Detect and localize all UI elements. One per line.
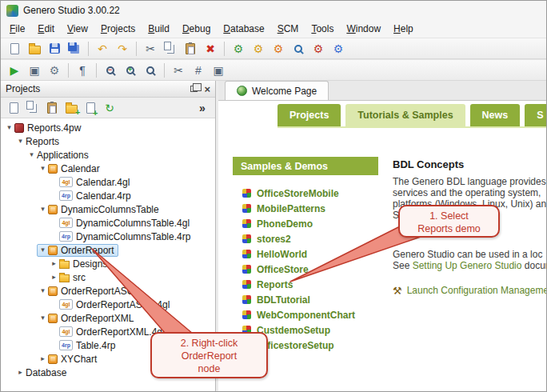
sample-item-custdemosetup[interactable]: CustdemoSetup — [242, 322, 355, 338]
cube-icon — [242, 310, 251, 319]
welcome-tab-projects[interactable]: Projects — [277, 104, 341, 126]
stop-build-button[interactable]: ⚙ — [309, 40, 328, 58]
tree-item-xychart[interactable]: ▸XYChart — [1, 352, 215, 366]
setting-up-genero-studio-link[interactable]: Setting Up Genero Studio — [413, 260, 522, 271]
tree-item-table-4rp[interactable]: 4rpTable.4rp — [1, 338, 215, 352]
layout-frame-button[interactable]: ▣ — [209, 62, 228, 79]
sample-item-bdltutorial[interactable]: BDLTutorial — [242, 292, 355, 307]
tree-item-reports-4pw[interactable]: ▾Reports.4pw — [1, 121, 215, 134]
debug-icon: ⚙ — [50, 65, 60, 76]
rebuild-button[interactable]: ⚙ — [269, 40, 288, 58]
tree-item-orderreportascii-4gl[interactable]: 4glOrderReportASCII.4gl — [1, 298, 215, 311]
find-button[interactable] — [289, 40, 308, 58]
new-group-button[interactable] — [62, 100, 80, 116]
tree-item-designs[interactable]: ▸Designs — [1, 257, 215, 270]
layout-grid-button[interactable]: # — [189, 62, 208, 79]
new-file-button[interactable] — [5, 40, 24, 58]
sample-item-webcomponentchart[interactable]: WebComponentChart — [242, 307, 355, 322]
open-file-button[interactable] — [25, 40, 44, 58]
debug-button[interactable]: ⚙ — [45, 62, 64, 79]
expander-expanded-icon[interactable]: ▾ — [26, 151, 37, 158]
zoom-in-button[interactable] — [121, 62, 140, 79]
compile-button[interactable]: ⚙ — [249, 40, 268, 58]
sample-item-officestoremobile[interactable]: OfficeStoreMobile — [242, 186, 355, 201]
cut-button[interactable]: ✂ — [141, 40, 160, 58]
tree-item-dynamiccolumnstable[interactable]: ▾DynamicColumnsTable — [1, 202, 215, 216]
expander-collapsed-icon[interactable]: ▸ — [38, 355, 48, 362]
paste-button[interactable] — [181, 40, 200, 58]
menu-item-edit[interactable]: Edit — [31, 21, 61, 37]
paste-node-button[interactable] — [43, 100, 61, 116]
float-panel-icon[interactable] — [190, 86, 198, 92]
expander-expanded-icon[interactable]: ▾ — [4, 124, 14, 131]
expander-expanded-icon[interactable]: ▾ — [38, 246, 48, 254]
sample-item-stores2[interactable]: stores2 — [242, 231, 355, 246]
run-settings-button[interactable]: ▣ — [25, 62, 44, 79]
menu-item-build[interactable]: Build — [142, 21, 176, 37]
undo-button[interactable]: ↶ — [93, 40, 112, 58]
sample-item-reports[interactable]: Reports — [242, 277, 355, 292]
zoom-reset-button[interactable] — [141, 62, 160, 79]
expander-expanded-icon[interactable]: ▾ — [38, 287, 48, 294]
welcome-tab-tutorials-samples[interactable]: Tutorials & Samples — [345, 104, 465, 126]
add-files-button[interactable] — [82, 100, 99, 116]
show-formatting-button[interactable]: ¶ — [73, 62, 92, 79]
expander-collapsed-icon[interactable]: ▸ — [15, 369, 26, 376]
run-button[interactable]: ▶ — [5, 62, 24, 79]
build-settings-button[interactable]: ⚙ — [329, 40, 348, 58]
menu-item-scm[interactable]: SCM — [271, 21, 305, 37]
menu-item-window[interactable]: Window — [340, 21, 387, 37]
tree-item-src[interactable]: ▸src — [1, 270, 215, 284]
expander-expanded-icon[interactable]: ▾ — [15, 138, 26, 145]
close-panel-icon[interactable]: × — [204, 84, 210, 94]
tree-item-database[interactable]: ▸Database — [1, 366, 215, 379]
sample-item-phonedemo[interactable]: PhoneDemo — [242, 216, 355, 231]
link-with-editor-button[interactable] — [5, 100, 22, 116]
sample-item-label: WebComponentChart — [257, 310, 355, 321]
toolbar-overflow-button[interactable]: » — [194, 100, 211, 116]
tree-item-orderreport[interactable]: ▾OrderReport — [1, 243, 215, 257]
copy-button[interactable] — [161, 40, 180, 58]
save-all-button[interactable] — [65, 40, 84, 58]
expander-expanded-icon[interactable]: ▾ — [38, 206, 48, 213]
expander-collapsed-icon[interactable]: ▸ — [49, 260, 59, 267]
menu-item-projects[interactable]: Projects — [94, 21, 142, 37]
tree-item-applications[interactable]: ▾Applications — [1, 148, 215, 162]
refresh-button[interactable]: ↻ — [101, 100, 118, 116]
sample-item-helloworld[interactable]: HelloWorld — [242, 246, 355, 262]
sample-item-officestore[interactable]: OfficeStore — [242, 262, 355, 277]
zoom-out-button[interactable] — [101, 62, 120, 79]
launch-configuration-management-link[interactable]: Launch Configuration Management — [407, 285, 546, 296]
tree-item-calendar-4rp[interactable]: 4rpCalendar.4rp — [1, 189, 215, 202]
tree-item-reports[interactable]: ▾Reports — [1, 134, 215, 148]
welcome-tab-s[interactable]: S — [525, 104, 546, 126]
expander-expanded-icon[interactable]: ▾ — [38, 314, 48, 322]
copy-node-button[interactable] — [24, 100, 42, 116]
tree-item-dynamiccolumnstable-4rp[interactable]: 4rpDynamicColumnsTable.4rp — [1, 230, 215, 243]
menu-item-database[interactable]: Database — [217, 21, 270, 37]
menu-item-help[interactable]: Help — [387, 21, 420, 37]
welcome-tab-news[interactable]: News — [470, 104, 521, 126]
delete-icon: ✖ — [206, 43, 215, 54]
sample-item-officestoresetup[interactable]: OfficestoreSetup — [242, 338, 355, 353]
menu-item-file[interactable]: File — [3, 21, 31, 37]
tree-item-calendar[interactable]: ▾Calendar — [1, 162, 215, 175]
redo-button[interactable]: ↷ — [113, 40, 132, 58]
tree-item-inner: ▸Designs — [48, 258, 111, 270]
expander-expanded-icon[interactable]: ▾ — [38, 165, 48, 172]
build-button[interactable]: ⚙ — [229, 40, 248, 58]
tree-item-orderreportascii[interactable]: ▾OrderReportASCII — [1, 284, 215, 298]
split-button[interactable]: ✂ — [169, 62, 188, 79]
menu-item-debug[interactable]: Debug — [176, 21, 217, 37]
tree-item-dynamiccolumnstable-4gl[interactable]: 4glDynamicColumnsTable.4gl — [1, 216, 215, 230]
save-button[interactable] — [45, 40, 64, 58]
menu-item-view[interactable]: View — [61, 21, 94, 37]
menu-item-tools[interactable]: Tools — [305, 21, 340, 37]
sample-item-mobilepatterns[interactable]: MobilePatterns — [242, 201, 355, 216]
tab-welcome-page[interactable]: Welcome Page — [225, 81, 329, 100]
tree-item-orderreportxml[interactable]: ▾OrderReportXML — [1, 311, 215, 325]
tree-item-calendar-4gl[interactable]: 4glCalendar.4gl — [1, 175, 215, 189]
tree-item-orderreportxml-4gl[interactable]: 4glOrderReportXML.4gl — [1, 325, 215, 338]
delete-button[interactable]: ✖ — [201, 40, 220, 58]
expander-collapsed-icon[interactable]: ▸ — [49, 274, 59, 281]
